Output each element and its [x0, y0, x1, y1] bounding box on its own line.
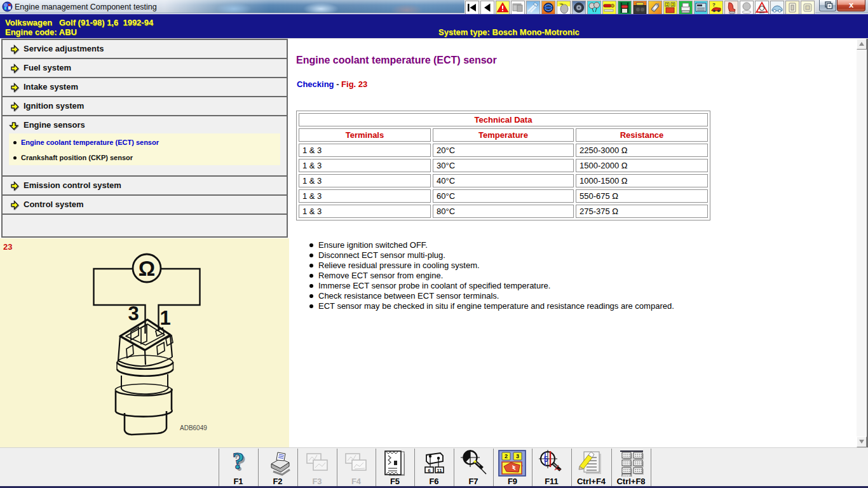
svg-text:Ω: Ω [139, 257, 155, 280]
svg-text:11: 11 [437, 468, 442, 473]
svg-text:1: 1 [159, 307, 170, 329]
svg-text:3: 3 [128, 302, 139, 325]
svg-text:2: 2 [667, 3, 668, 6]
svg-text:2: 2 [505, 453, 508, 459]
svg-text:3: 3 [516, 453, 519, 459]
svg-text:5: 5 [544, 455, 548, 464]
svg-text:?: ? [233, 450, 245, 474]
svg-text:6: 6 [428, 468, 431, 473]
svg-text:?: ? [712, 2, 715, 8]
svg-text:ADB6049: ADB6049 [180, 424, 207, 431]
svg-text:3: 3 [672, 3, 674, 6]
